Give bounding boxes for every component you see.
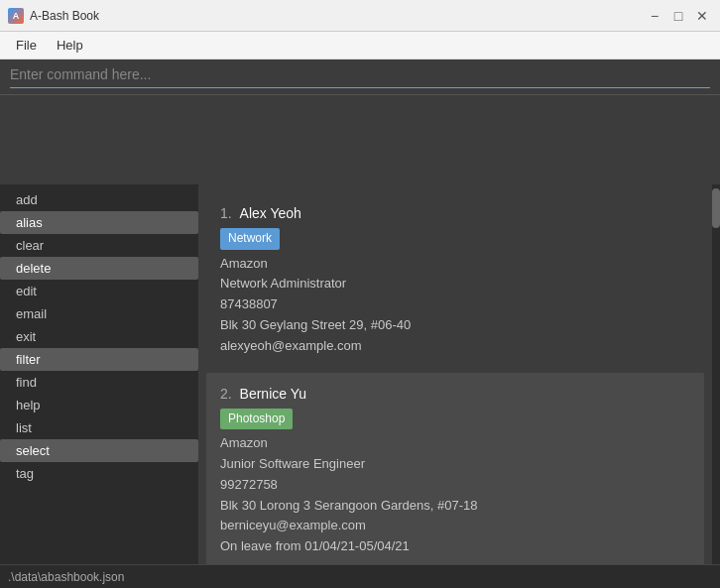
sidebar-item-clear[interactable]: clear: [0, 234, 198, 257]
tag-badge-0: Network: [220, 228, 280, 249]
command-input[interactable]: [10, 66, 710, 82]
contact-field-1: Junior Software Engineer: [220, 454, 690, 475]
sidebar-item-help[interactable]: help: [0, 394, 198, 416]
menu-file[interactable]: File: [8, 36, 45, 55]
command-divider: [10, 87, 710, 88]
sidebar-item-email[interactable]: email: [0, 302, 198, 325]
contact-field-0: Blk 30 Geylang Street 29, #06-40: [220, 315, 690, 336]
sidebar-item-list[interactable]: list: [0, 416, 198, 439]
title-controls: − □ ✕: [645, 6, 712, 26]
sidebar-item-select[interactable]: select: [0, 439, 198, 462]
scrollbar-track[interactable]: [712, 184, 720, 564]
contact-card-1[interactable]: 2. Bernice YuPhotoshopAmazonJunior Softw…: [206, 373, 704, 564]
contact-field-0: alexyeoh@example.com: [220, 336, 690, 357]
menu-help[interactable]: Help: [49, 36, 91, 55]
contact-area[interactable]: 1. Alex YeohNetworkAmazonNetwork Adminis…: [198, 184, 712, 564]
tag-badge-1: Photoshop: [220, 409, 293, 429]
window-title: A-Bash Book: [30, 9, 99, 23]
contact-field-1: 99272758: [220, 475, 690, 496]
contact-name-0: 1. Alex Yeoh: [220, 202, 690, 224]
sidebar-item-find[interactable]: find: [0, 371, 198, 394]
sidebar-item-filter[interactable]: filter: [0, 348, 198, 371]
main-content: addaliascleardeleteeditemailexitfilterfi…: [0, 184, 720, 564]
sidebar-item-exit[interactable]: exit: [0, 325, 198, 348]
scrollbar-thumb[interactable]: [712, 188, 720, 228]
contact-field-1: berniceyu@example.com: [220, 516, 690, 536]
sidebar-item-alias[interactable]: alias: [0, 211, 198, 234]
contact-field-1: Blk 30 Lorong 3 Serangoon Gardens, #07-1…: [220, 496, 690, 517]
sidebar-item-delete[interactable]: delete: [0, 257, 198, 280]
contact-field-0: Amazon: [220, 254, 690, 275]
maximize-button[interactable]: □: [668, 6, 688, 26]
status-bar: .\data\abashbook.json: [0, 564, 720, 588]
title-bar: A A-Bash Book − □ ✕: [0, 0, 720, 32]
contact-name-1: 2. Bernice Yu: [220, 383, 690, 405]
close-button[interactable]: ✕: [692, 6, 712, 26]
sidebar-item-edit[interactable]: edit: [0, 280, 198, 302]
contact-card-0[interactable]: 1. Alex YeohNetworkAmazonNetwork Adminis…: [206, 192, 704, 367]
app-icon: A: [8, 8, 24, 24]
contact-field-1: On leave from 01/04/21-05/04/21: [220, 536, 690, 557]
sidebar: addaliascleardeleteeditemailexitfilterfi…: [0, 184, 198, 564]
contact-field-1: Amazon: [220, 433, 690, 454]
output-area: [0, 95, 720, 184]
minimize-button[interactable]: −: [645, 6, 664, 26]
command-area: [0, 59, 720, 95]
sidebar-item-add[interactable]: add: [0, 188, 198, 211]
contact-field-0: Network Administrator: [220, 274, 690, 294]
menu-bar: File Help: [0, 32, 720, 59]
title-left: A A-Bash Book: [8, 8, 99, 24]
sidebar-item-tag[interactable]: tag: [0, 462, 198, 485]
status-text: .\data\abashbook.json: [8, 570, 124, 584]
contact-field-0: 87438807: [220, 294, 690, 315]
